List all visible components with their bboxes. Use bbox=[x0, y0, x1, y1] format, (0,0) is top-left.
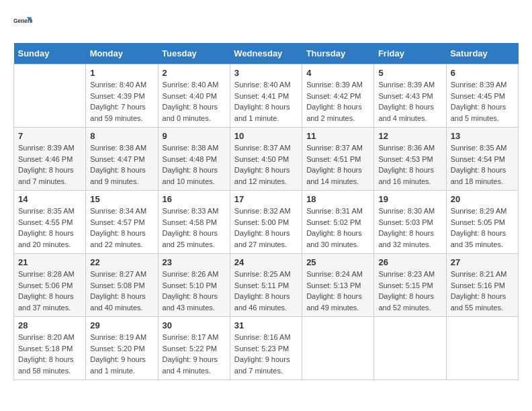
daylight-text: Daylight: 8 hours and 55 minutes. bbox=[451, 292, 506, 312]
day-info: Sunrise: 8:25 AMSunset: 5:11 PMDaylight:… bbox=[234, 269, 298, 313]
day-number: 1 bbox=[90, 68, 153, 78]
day-number: 23 bbox=[163, 257, 226, 267]
sunset-text: Sunset: 4:45 PM bbox=[451, 92, 505, 100]
calendar-cell: 9Sunrise: 8:38 AMSunset: 4:48 PMDaylight… bbox=[158, 128, 230, 191]
col-header-monday: Monday bbox=[86, 43, 158, 64]
calendar-cell: 13Sunrise: 8:35 AMSunset: 4:54 PMDayligh… bbox=[446, 128, 518, 191]
sunrise-text: Sunrise: 8:40 AM bbox=[163, 81, 219, 89]
sunset-text: Sunset: 4:54 PM bbox=[451, 155, 505, 163]
calendar-header-row: SundayMondayTuesdayWednesdayThursdayFrid… bbox=[14, 43, 519, 64]
calendar-cell: 11Sunrise: 8:37 AMSunset: 4:51 PMDayligh… bbox=[302, 128, 374, 191]
calendar-table: SundayMondayTuesdayWednesdayThursdayFrid… bbox=[13, 43, 519, 380]
calendar-cell: 22Sunrise: 8:27 AMSunset: 5:08 PMDayligh… bbox=[86, 254, 158, 317]
day-info: Sunrise: 8:29 AMSunset: 5:05 PMDaylight:… bbox=[451, 205, 514, 250]
calendar-cell: 2Sunrise: 8:40 AMSunset: 4:40 PMDaylight… bbox=[158, 64, 230, 128]
daylight-text: Daylight: 8 hours and 25 minutes. bbox=[163, 229, 218, 248]
calendar-cell: 15Sunrise: 8:34 AMSunset: 4:57 PMDayligh… bbox=[86, 191, 158, 254]
daylight-text: Daylight: 9 hours and 7 minutes. bbox=[234, 355, 290, 375]
col-header-thursday: Thursday bbox=[302, 43, 374, 64]
day-number: 31 bbox=[234, 320, 298, 330]
day-number: 7 bbox=[18, 131, 81, 141]
sunset-text: Sunset: 5:16 PM bbox=[451, 281, 505, 289]
sunrise-text: Sunrise: 8:39 AM bbox=[18, 144, 75, 152]
calendar-cell: 14Sunrise: 8:35 AMSunset: 4:55 PMDayligh… bbox=[14, 191, 86, 254]
day-number: 24 bbox=[234, 257, 298, 267]
daylight-text: Daylight: 8 hours and 22 minutes. bbox=[90, 229, 146, 248]
sunrise-text: Sunrise: 8:23 AM bbox=[378, 270, 435, 278]
day-info: Sunrise: 8:16 AMSunset: 5:23 PMDaylight:… bbox=[234, 332, 298, 376]
day-number: 18 bbox=[306, 194, 369, 204]
daylight-text: Daylight: 7 hours and 59 minutes. bbox=[90, 103, 146, 122]
sunset-text: Sunset: 5:20 PM bbox=[90, 345, 144, 353]
calendar-cell bbox=[446, 317, 518, 380]
calendar-cell: 16Sunrise: 8:33 AMSunset: 4:58 PMDayligh… bbox=[158, 191, 230, 254]
sunset-text: Sunset: 5:08 PM bbox=[90, 281, 144, 289]
day-info: Sunrise: 8:39 AMSunset: 4:42 PMDaylight:… bbox=[306, 79, 369, 124]
day-info: Sunrise: 8:40 AMSunset: 4:41 PMDaylight:… bbox=[234, 79, 298, 124]
day-info: Sunrise: 8:37 AMSunset: 4:51 PMDaylight:… bbox=[306, 142, 369, 187]
week-row-3: 14Sunrise: 8:35 AMSunset: 4:55 PMDayligh… bbox=[14, 191, 519, 254]
calendar-cell: 23Sunrise: 8:26 AMSunset: 5:10 PMDayligh… bbox=[158, 254, 230, 317]
daylight-text: Daylight: 8 hours and 20 minutes. bbox=[18, 229, 74, 248]
calendar-cell: 1Sunrise: 8:40 AMSunset: 4:39 PMDaylight… bbox=[86, 64, 158, 128]
calendar-cell: 18Sunrise: 8:31 AMSunset: 5:02 PMDayligh… bbox=[302, 191, 374, 254]
sunrise-text: Sunrise: 8:36 AM bbox=[378, 144, 435, 152]
sunrise-text: Sunrise: 8:25 AM bbox=[234, 270, 291, 278]
daylight-text: Daylight: 8 hours and 5 minutes. bbox=[451, 103, 506, 122]
day-info: Sunrise: 8:21 AMSunset: 5:16 PMDaylight:… bbox=[451, 269, 514, 313]
day-info: Sunrise: 8:40 AMSunset: 4:40 PMDaylight:… bbox=[163, 79, 226, 124]
day-number: 26 bbox=[378, 257, 441, 267]
calendar-cell bbox=[374, 317, 446, 380]
daylight-text: Daylight: 8 hours and 2 minutes. bbox=[306, 103, 362, 122]
sunset-text: Sunset: 4:40 PM bbox=[163, 92, 217, 100]
sunrise-text: Sunrise: 8:35 AM bbox=[451, 144, 507, 152]
sunset-text: Sunset: 4:50 PM bbox=[234, 155, 289, 163]
calendar-cell: 7Sunrise: 8:39 AMSunset: 4:46 PMDaylight… bbox=[14, 128, 86, 191]
daylight-text: Daylight: 8 hours and 9 minutes. bbox=[90, 166, 146, 185]
sunrise-text: Sunrise: 8:39 AM bbox=[306, 81, 363, 89]
col-header-saturday: Saturday bbox=[446, 43, 518, 64]
calendar-cell: 27Sunrise: 8:21 AMSunset: 5:16 PMDayligh… bbox=[446, 254, 518, 317]
sunset-text: Sunset: 5:02 PM bbox=[306, 218, 361, 226]
sunset-text: Sunset: 4:42 PM bbox=[306, 92, 361, 100]
week-row-2: 7Sunrise: 8:39 AMSunset: 4:46 PMDaylight… bbox=[14, 128, 519, 191]
day-number: 13 bbox=[451, 131, 514, 141]
sunset-text: Sunset: 5:03 PM bbox=[378, 218, 433, 226]
day-number: 3 bbox=[234, 68, 298, 78]
sunset-text: Sunset: 4:51 PM bbox=[306, 155, 361, 163]
sunset-text: Sunset: 4:43 PM bbox=[378, 92, 433, 100]
calendar-cell bbox=[302, 317, 374, 380]
day-info: Sunrise: 8:35 AMSunset: 4:55 PMDaylight:… bbox=[18, 205, 81, 250]
day-info: Sunrise: 8:34 AMSunset: 4:57 PMDaylight:… bbox=[90, 205, 153, 250]
sunset-text: Sunset: 5:23 PM bbox=[234, 345, 289, 353]
calendar-cell: 30Sunrise: 8:17 AMSunset: 5:22 PMDayligh… bbox=[158, 317, 230, 380]
calendar-cell: 6Sunrise: 8:39 AMSunset: 4:45 PMDaylight… bbox=[446, 64, 518, 128]
sunrise-text: Sunrise: 8:40 AM bbox=[90, 81, 146, 89]
calendar-cell: 8Sunrise: 8:38 AMSunset: 4:47 PMDaylight… bbox=[86, 128, 158, 191]
day-info: Sunrise: 8:17 AMSunset: 5:22 PMDaylight:… bbox=[163, 332, 226, 376]
sunset-text: Sunset: 5:13 PM bbox=[306, 281, 361, 289]
sunrise-text: Sunrise: 8:32 AM bbox=[234, 207, 291, 215]
day-number: 29 bbox=[90, 320, 153, 330]
daylight-text: Daylight: 8 hours and 58 minutes. bbox=[18, 355, 74, 375]
sunrise-text: Sunrise: 8:19 AM bbox=[90, 333, 146, 341]
day-info: Sunrise: 8:24 AMSunset: 5:13 PMDaylight:… bbox=[306, 269, 369, 313]
week-row-1: 1Sunrise: 8:40 AMSunset: 4:39 PMDaylight… bbox=[14, 64, 519, 128]
sunrise-text: Sunrise: 8:34 AM bbox=[90, 207, 146, 215]
daylight-text: Daylight: 8 hours and 37 minutes. bbox=[18, 292, 74, 312]
day-info: Sunrise: 8:30 AMSunset: 5:03 PMDaylight:… bbox=[378, 205, 441, 250]
day-number: 16 bbox=[163, 194, 226, 204]
day-info: Sunrise: 8:28 AMSunset: 5:06 PMDaylight:… bbox=[18, 269, 81, 313]
daylight-text: Daylight: 8 hours and 1 minute. bbox=[234, 103, 290, 122]
sunset-text: Sunset: 5:05 PM bbox=[451, 218, 505, 226]
day-info: Sunrise: 8:33 AMSunset: 4:58 PMDaylight:… bbox=[163, 205, 226, 250]
sunrise-text: Sunrise: 8:26 AM bbox=[163, 270, 219, 278]
daylight-text: Daylight: 8 hours and 14 minutes. bbox=[306, 166, 362, 185]
sunrise-text: Sunrise: 8:39 AM bbox=[378, 81, 435, 89]
day-info: Sunrise: 8:40 AMSunset: 4:39 PMDaylight:… bbox=[90, 79, 153, 124]
calendar-cell: 31Sunrise: 8:16 AMSunset: 5:23 PMDayligh… bbox=[230, 317, 302, 380]
week-row-4: 21Sunrise: 8:28 AMSunset: 5:06 PMDayligh… bbox=[14, 254, 519, 317]
calendar-cell: 19Sunrise: 8:30 AMSunset: 5:03 PMDayligh… bbox=[374, 191, 446, 254]
calendar-cell: 25Sunrise: 8:24 AMSunset: 5:13 PMDayligh… bbox=[302, 254, 374, 317]
logo: General bbox=[13, 13, 35, 32]
